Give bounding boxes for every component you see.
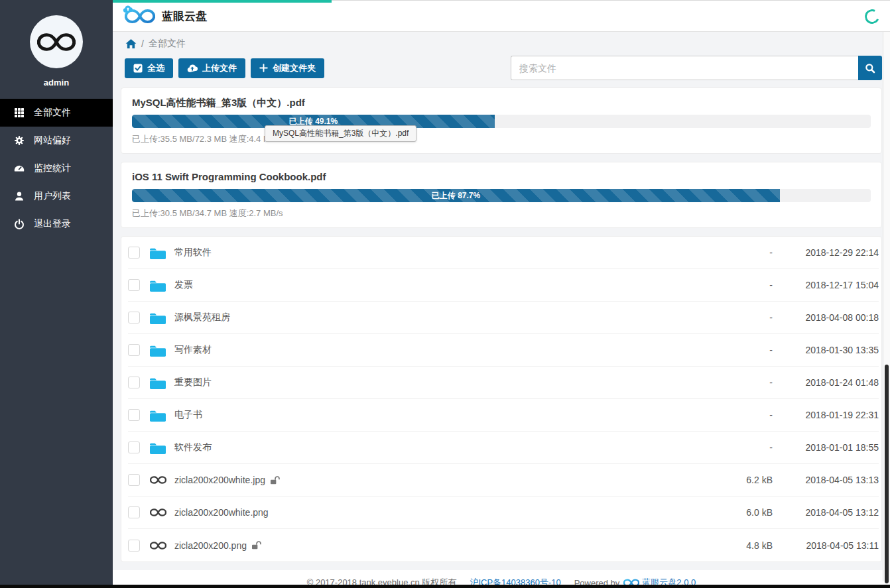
file-row[interactable]: zicla200x200white.jpg 6.2 kB 2018-04-05 … bbox=[128, 464, 879, 497]
create-folder-label: 创建文件夹 bbox=[273, 62, 316, 74]
folder-icon bbox=[149, 408, 166, 422]
file-date: 2018-04-05 13:12 bbox=[773, 507, 879, 518]
upload-stats: 已上传:35.5 MB/72.3 MB 速度:4.4 MB/s bbox=[132, 133, 871, 145]
row-checkbox[interactable] bbox=[128, 506, 140, 518]
file-size: - bbox=[693, 312, 773, 323]
user-icon bbox=[14, 191, 25, 202]
file-name[interactable]: zicla200x200white.png bbox=[174, 507, 269, 518]
file-size: 6.2 kB bbox=[693, 475, 773, 485]
file-size: - bbox=[693, 345, 773, 355]
row-checkbox[interactable] bbox=[128, 247, 140, 259]
file-name[interactable]: zicla200x200.png bbox=[174, 540, 247, 551]
folder-icon bbox=[149, 278, 166, 292]
zicla-logo-icon bbox=[149, 475, 166, 485]
select-all-button[interactable]: 全选 bbox=[125, 58, 173, 78]
file-size: - bbox=[693, 247, 773, 258]
row-checkbox[interactable] bbox=[128, 409, 140, 421]
sidebar-menu-item[interactable]: 网站偏好 bbox=[0, 127, 113, 154]
gear-icon bbox=[14, 135, 25, 146]
file-name[interactable]: 写作素材 bbox=[174, 344, 212, 356]
file-row[interactable]: 写作素材 - 2018-01-30 13:35 bbox=[128, 334, 879, 367]
row-checkbox[interactable] bbox=[128, 312, 140, 323]
file-row[interactable]: zicla200x200white.png 6.0 kB 2018-04-05 … bbox=[128, 497, 879, 529]
file-row[interactable]: 软件发布 - 2018-01-01 18:55 bbox=[128, 432, 879, 464]
file-date: 2018-12-17 15:04 bbox=[773, 280, 879, 290]
unlock-icon bbox=[270, 476, 280, 485]
row-checkbox[interactable] bbox=[128, 279, 140, 291]
file-date: 2018-04-05 13:13 bbox=[773, 475, 879, 485]
sidebar-menu: 全部文件 bbox=[0, 99, 113, 238]
zicla-logo-icon bbox=[37, 31, 76, 53]
file-name[interactable]: zicla200x200white.jpg bbox=[174, 475, 265, 485]
unlock-icon bbox=[251, 541, 261, 550]
avatar bbox=[30, 15, 83, 68]
cloud-upload-icon bbox=[187, 64, 198, 73]
gauge-icon bbox=[14, 163, 25, 174]
file-row[interactable]: zicla200x200.png 4.8 kB 2018-04-05 13:11 bbox=[128, 529, 879, 561]
file-size: - bbox=[693, 410, 773, 420]
file-date: 2018-01-01 18:55 bbox=[773, 442, 879, 453]
check-square-icon bbox=[133, 64, 143, 73]
content: MySQL高性能书籍_第3版（中文）.pdf 已上传 49.1% 已上传:35.… bbox=[113, 88, 890, 562]
row-checkbox[interactable] bbox=[128, 474, 140, 486]
upload-filename: iOS 11 Swift Programming Cookbook.pdf bbox=[132, 170, 871, 184]
file-name[interactable]: 发票 bbox=[174, 279, 193, 291]
upload-progress-label: 已上传 87.7% bbox=[432, 190, 480, 202]
upload-tooltip: MySQL高性能书籍_第3版（中文）.pdf bbox=[265, 125, 416, 142]
folder-icon bbox=[149, 246, 166, 260]
username: admin bbox=[0, 78, 113, 88]
row-checkbox[interactable] bbox=[128, 344, 140, 356]
search-button[interactable] bbox=[858, 56, 882, 80]
file-name[interactable]: 软件发布 bbox=[174, 441, 212, 453]
sidebar-menu-label: 监控统计 bbox=[34, 162, 71, 174]
grid-icon bbox=[14, 107, 25, 118]
sidebar-menu-item[interactable]: 退出登录 bbox=[0, 210, 113, 238]
upload-file-label: 上传文件 bbox=[202, 62, 237, 74]
home-icon[interactable] bbox=[125, 38, 137, 49]
file-row[interactable]: 发票 - 2018-12-17 15:04 bbox=[128, 269, 879, 302]
file-name[interactable]: 源枫景苑租房 bbox=[174, 312, 230, 323]
breadcrumb-current: 全部文件 bbox=[149, 38, 186, 50]
file-row[interactable]: 重要图片 - 2018-01-24 01:48 bbox=[128, 367, 879, 399]
file-size: 4.8 kB bbox=[693, 540, 773, 551]
file-row[interactable]: 电子书 - 2018-01-19 22:31 bbox=[128, 399, 879, 432]
header: 蓝眼云盘 bbox=[113, 0, 890, 32]
row-checkbox[interactable] bbox=[128, 540, 140, 552]
file-name[interactable]: 重要图片 bbox=[174, 377, 212, 388]
search-bar bbox=[511, 56, 882, 80]
sidebar-menu-label: 退出登录 bbox=[34, 218, 71, 230]
file-date: 2018-01-24 01:48 bbox=[773, 377, 879, 388]
upload-stats: 已上传:30.5 MB/34.7 MB 速度:2.7 MB/s bbox=[132, 207, 871, 219]
select-all-label: 全选 bbox=[147, 62, 164, 74]
search-icon bbox=[865, 63, 875, 74]
file-name[interactable]: 常用软件 bbox=[174, 247, 212, 259]
file-date: 2018-12-29 22:14 bbox=[773, 247, 879, 258]
file-row[interactable]: 源枫景苑租房 - 2018-04-08 00:18 bbox=[128, 302, 879, 334]
power-icon bbox=[14, 219, 25, 229]
file-date: 2018-04-05 13:11 bbox=[773, 540, 879, 551]
breadcrumb-separator: / bbox=[141, 38, 144, 49]
sidebar-menu-item[interactable]: 用户列表 bbox=[0, 182, 113, 210]
file-row[interactable]: 常用软件 - 2018-12-29 22:14 bbox=[128, 237, 879, 269]
scrollbar-track[interactable] bbox=[883, 32, 890, 581]
file-name[interactable]: 电子书 bbox=[174, 409, 202, 421]
sidebar-menu-item[interactable]: 全部文件 bbox=[0, 99, 113, 127]
upload-file-button[interactable]: 上传文件 bbox=[178, 58, 245, 78]
file-list: 常用软件 - 2018-12-29 22:14 发票 bbox=[121, 236, 882, 562]
search-input[interactable] bbox=[511, 56, 858, 80]
sidebar-menu-item[interactable]: 监控统计 bbox=[0, 154, 113, 182]
sidebar-menu-label: 全部文件 bbox=[34, 107, 71, 119]
create-folder-button[interactable]: 创建文件夹 bbox=[251, 58, 324, 78]
sidebar: admin 全部文件 bbox=[0, 0, 113, 585]
page-title: 蓝眼云盘 bbox=[162, 9, 207, 24]
brand-logo-icon bbox=[125, 7, 155, 25]
zicla-logo-icon bbox=[149, 508, 166, 517]
toolbar: 全选 上传文件 创建文件夹 bbox=[113, 56, 890, 80]
zicla-logo-icon bbox=[149, 541, 166, 550]
folder-icon bbox=[149, 311, 166, 325]
scrollbar-thumb[interactable] bbox=[885, 365, 889, 583]
file-date: 2018-01-30 13:35 bbox=[773, 345, 879, 355]
cloud-upload-badge-icon bbox=[123, 5, 134, 13]
row-checkbox[interactable] bbox=[128, 377, 140, 388]
row-checkbox[interactable] bbox=[128, 441, 140, 453]
